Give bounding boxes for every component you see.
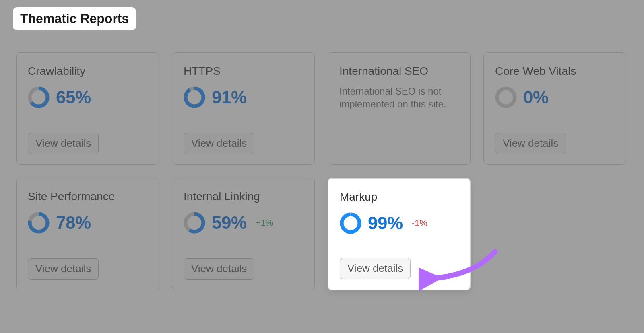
metric-delta: -1% [412,218,427,228]
card-title: HTTPS [184,65,303,78]
card-title: Markup [340,191,458,204]
metric-row: 59%+1% [184,212,303,234]
report-card-https: HTTPS 91%View details [172,52,315,165]
svg-point-4 [497,88,515,106]
card-title: Internal Linking [184,190,303,203]
report-card-intl-seo: International SEOInternational SEO is no… [328,52,471,165]
view-details-button[interactable]: View details [495,133,566,154]
svg-point-11 [342,214,359,232]
report-card-markup: Markup 99%-1%View details [328,178,471,290]
view-details-button[interactable]: View details [28,133,99,154]
page-root: Thematic Reports Crawlability 65%View de… [0,0,644,333]
metric-row: 78% [28,212,147,234]
card-title: Core Web Vitals [495,65,615,78]
donut-icon [184,212,205,234]
page-title: Thematic Reports [13,7,136,30]
svg-point-3 [186,88,203,106]
metric-percent: 78% [56,213,91,233]
header-row: Thematic Reports [0,0,644,39]
metric-row: 0% [495,86,615,108]
donut-icon [184,86,205,108]
card-title: International SEO [339,65,459,78]
card-title: Crawlability [28,65,147,78]
card-title: Site Performance [28,190,147,203]
card-message: International SEO is not implemented on … [339,85,459,111]
donut-icon [340,212,361,234]
view-details-button[interactable]: View details [184,133,254,154]
metric-percent: 91% [212,87,247,107]
reports-grid: Crawlability 65%View detailsHTTPS 91%Vie… [0,39,644,303]
report-card-site-performance: Site Performance 78%View details [16,178,159,290]
metric-percent: 65% [56,87,91,107]
report-card-core-web-vitals: Core Web Vitals 0%View details [483,52,626,165]
metric-percent: 99% [368,213,403,233]
report-card-internal-linking: Internal Linking 59%+1%View details [172,178,315,290]
report-card-crawlability: Crawlability 65%View details [16,52,159,165]
metric-percent: 59% [212,213,247,233]
view-details-button[interactable]: View details [184,258,254,280]
donut-icon [28,86,50,108]
metric-delta: +1% [256,218,274,228]
donut-icon [495,86,517,108]
metric-percent: 0% [523,87,549,107]
view-details-button[interactable]: View details [340,258,411,279]
metric-row: 65% [28,86,147,108]
donut-icon [28,212,50,234]
view-details-button[interactable]: View details [28,258,99,280]
metric-row: 91% [184,86,303,108]
metric-row: 99%-1% [340,212,458,234]
